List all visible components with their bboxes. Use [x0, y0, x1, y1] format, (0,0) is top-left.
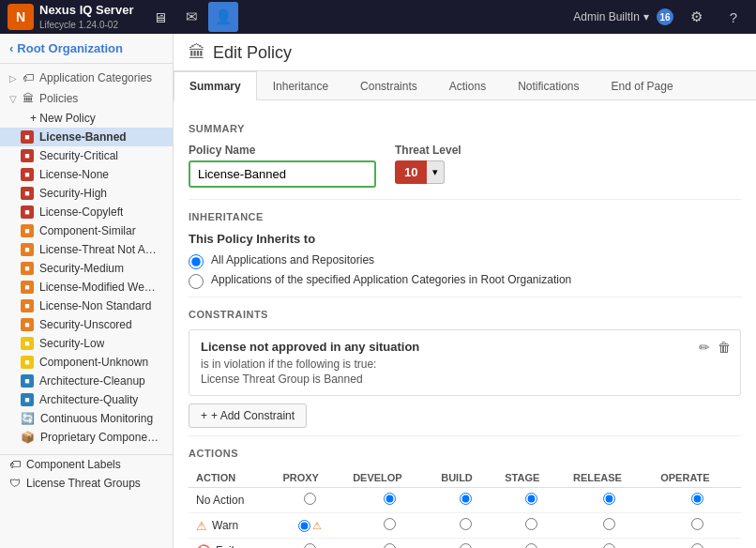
- operate-warn-radio[interactable]: [691, 518, 703, 530]
- release-warn-radio[interactable]: [603, 518, 615, 530]
- tab-end-of-page[interactable]: End of Page: [596, 71, 689, 100]
- gear-icon[interactable]: ⚙: [681, 2, 711, 32]
- policy-icon-red: ■: [21, 168, 34, 181]
- policy-item-license-banned[interactable]: ■ License-Banned: [0, 128, 173, 146]
- notification-badge[interactable]: 16: [657, 8, 673, 25]
- content-body: SUMMARY Policy Name Threat Level 10 ▾ IN…: [174, 100, 756, 548]
- proxy-warn-cell: ⚠: [275, 513, 345, 539]
- policy-icon-orange: ■: [21, 262, 34, 275]
- develop-no-action-cell: [345, 488, 433, 513]
- policy-name: Component-Unknown: [39, 356, 148, 369]
- user-nav-btn[interactable]: 👤: [208, 2, 238, 32]
- page-header: 🏛 Edit Policy: [174, 34, 756, 71]
- tab-actions[interactable]: Actions: [433, 71, 502, 100]
- policy-item-security-low[interactable]: ■ Security-Low: [0, 334, 173, 353]
- build-no-action-radio[interactable]: [460, 493, 472, 505]
- build-warn-cell: [433, 513, 497, 539]
- add-constraint-button[interactable]: + + Add Constraint: [189, 403, 307, 428]
- new-policy-button[interactable]: + New Policy: [0, 109, 173, 128]
- help-icon[interactable]: ?: [718, 2, 748, 32]
- release-warn-cell: [566, 513, 653, 539]
- operate-no-action-radio[interactable]: [691, 493, 703, 505]
- stage-no-action-radio[interactable]: [525, 493, 537, 505]
- build-fail-radio[interactable]: [460, 543, 472, 548]
- policy-item-license-non-standard[interactable]: ■ License-Non Standard: [0, 297, 173, 315]
- sidebar-item-component-labels[interactable]: 🏷 Component Labels: [0, 455, 173, 474]
- stage-no-action-cell: [497, 488, 566, 513]
- proxy-no-action-radio[interactable]: [304, 493, 316, 505]
- brand-name: Nexus IQ Server: [39, 3, 133, 19]
- root-org-link[interactable]: ‹ Root Organization: [0, 34, 173, 64]
- policy-item-license-copyleft[interactable]: ■ License-Copyleft: [0, 203, 173, 221]
- policy-name: Continuous Monitoring: [40, 412, 153, 425]
- root-org-label: Root Organization: [17, 41, 123, 55]
- proxy-fail-radio[interactable]: [304, 543, 316, 548]
- monitor-nav-btn[interactable]: 🖥: [144, 2, 174, 32]
- action-warn-label: ⚠ Warn: [189, 513, 275, 539]
- policy-icon-orange: ■: [21, 318, 34, 331]
- threat-level-label: Threat Level: [395, 144, 461, 157]
- sidebar-item-license-threat-groups[interactable]: 🛡 License Threat Groups: [0, 474, 173, 493]
- mail-nav-btn[interactable]: ✉: [176, 2, 206, 32]
- table-row: No Action: [189, 488, 741, 513]
- policy-name: License-Threat Not Assign...: [39, 243, 161, 256]
- policy-name-input[interactable]: [189, 160, 376, 188]
- policy-item-security-critical[interactable]: ■ Security-Critical: [0, 146, 173, 165]
- policy-item-security-unscored[interactable]: ■ Security-Unscored: [0, 315, 173, 334]
- build-warn-radio[interactable]: [460, 518, 472, 530]
- sidebar-item-application-categories[interactable]: ▷ 🏷 Application Categories: [0, 68, 173, 88]
- proxy-no-action-cell: [275, 488, 345, 513]
- form-row-policy: Policy Name Threat Level 10 ▾: [189, 144, 741, 188]
- inheritance-all-radio[interactable]: [189, 254, 204, 269]
- inheritance-specific-label: Applications of the specified Applicatio…: [211, 273, 571, 286]
- policy-item-architecture-cleanup[interactable]: ■ Architecture-Cleanup: [0, 372, 173, 390]
- brand: N Nexus IQ Server Lifecycle 1.24.0-02: [8, 3, 133, 31]
- operate-fail-radio[interactable]: [691, 543, 703, 548]
- stage-fail-radio[interactable]: [525, 543, 537, 548]
- col-release: RELEASE: [566, 468, 653, 488]
- tab-notifications[interactable]: Notifications: [502, 71, 595, 100]
- stage-warn-radio[interactable]: [525, 518, 537, 530]
- develop-fail-radio[interactable]: [384, 543, 396, 548]
- nav-icons: 🖥 ✉ 👤: [144, 2, 238, 32]
- operate-warn-cell: [653, 513, 741, 539]
- release-no-action-radio[interactable]: [603, 493, 615, 505]
- sidebar-item-policies[interactable]: ▽ 🏛 Policies: [0, 88, 173, 109]
- constraints-section-label: CONSTRAINTS: [189, 309, 741, 320]
- license-threat-groups-label: License Threat Groups: [26, 477, 141, 490]
- expand-icon-policies: ▽: [9, 94, 17, 104]
- policy-name-group: Policy Name: [189, 144, 376, 188]
- edit-constraint-button[interactable]: ✏: [699, 340, 710, 355]
- policy-item-security-medium[interactable]: ■ Security-Medium: [0, 259, 173, 278]
- develop-warn-radio[interactable]: [384, 518, 396, 530]
- tab-inheritance[interactable]: Inheritance: [257, 71, 344, 100]
- top-nav: N Nexus IQ Server Lifecycle 1.24.0-02 🖥 …: [0, 0, 756, 34]
- proxy-warn-radio[interactable]: [298, 520, 310, 532]
- actions-table: ACTION PROXY DEVELOP BUILD STAGE RELEASE…: [189, 468, 741, 548]
- policy-item-license-threat[interactable]: ■ License-Threat Not Assign...: [0, 240, 173, 259]
- delete-constraint-button[interactable]: 🗑: [718, 340, 731, 355]
- develop-no-action-radio[interactable]: [384, 493, 396, 505]
- policy-name: Security-Medium: [39, 262, 124, 275]
- inheritance-specific-radio[interactable]: [189, 274, 204, 289]
- tab-constraints[interactable]: Constraints: [344, 71, 433, 100]
- sync-icon: 🔄: [21, 412, 35, 425]
- release-fail-radio[interactable]: [603, 543, 615, 548]
- tab-summary[interactable]: Summary: [174, 71, 257, 100]
- policy-item-component-unknown[interactable]: ■ Component-Unknown: [0, 353, 173, 372]
- policy-name: License-None: [39, 168, 109, 181]
- warn-icon: ⚠: [196, 519, 207, 533]
- policy-item-continuous-monitoring[interactable]: 🔄 Continuous Monitoring: [0, 409, 173, 428]
- policy-name-license-banned: License-Banned: [39, 130, 127, 144]
- policy-item-proprietary-components[interactable]: 📦 Proprietary Components: [0, 428, 173, 447]
- policy-item-security-high[interactable]: ■ Security-High: [0, 184, 173, 203]
- policy-item-architecture-quality[interactable]: ■ Architecture-Quality: [0, 390, 173, 409]
- policy-item-license-none[interactable]: ■ License-None: [0, 165, 173, 184]
- admin-menu[interactable]: Admin BuiltIn ▾: [573, 10, 649, 23]
- threat-badge: 10: [395, 160, 427, 184]
- policy-item-license-modified[interactable]: ■ License-Modified Weak ...: [0, 278, 173, 297]
- constraint-item: License not approved in any situation is…: [189, 329, 741, 396]
- threat-dropdown[interactable]: ▾: [427, 160, 445, 184]
- policy-item-component-similar[interactable]: ■ Component-Similar: [0, 221, 173, 240]
- policy-icon-orange: ■: [21, 224, 34, 237]
